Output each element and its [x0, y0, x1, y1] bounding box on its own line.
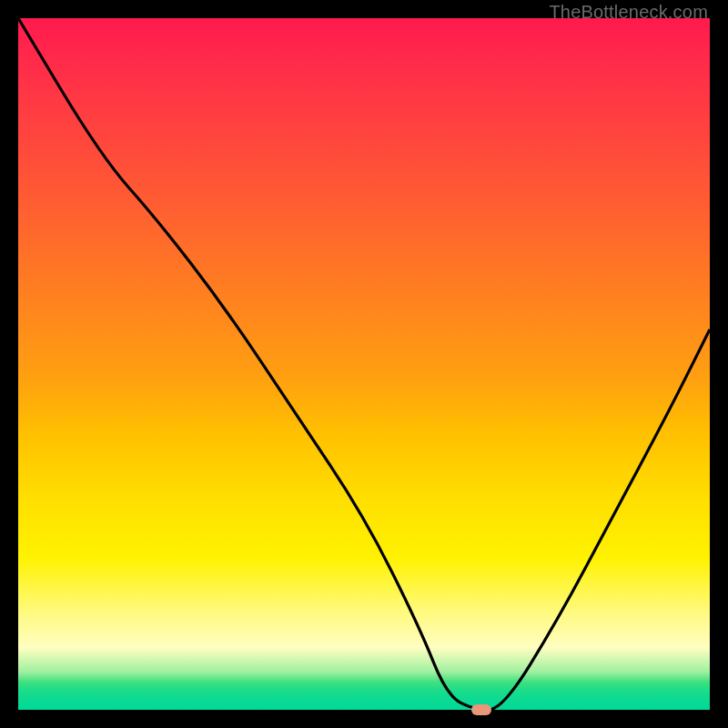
curve-path [18, 18, 710, 710]
watermark-text: TheBottleneck.com [549, 2, 708, 23]
plot-background [18, 18, 710, 710]
chart-container: TheBottleneck.com [0, 0, 728, 728]
optimal-point-marker [471, 704, 491, 715]
bottleneck-curve [18, 18, 710, 710]
